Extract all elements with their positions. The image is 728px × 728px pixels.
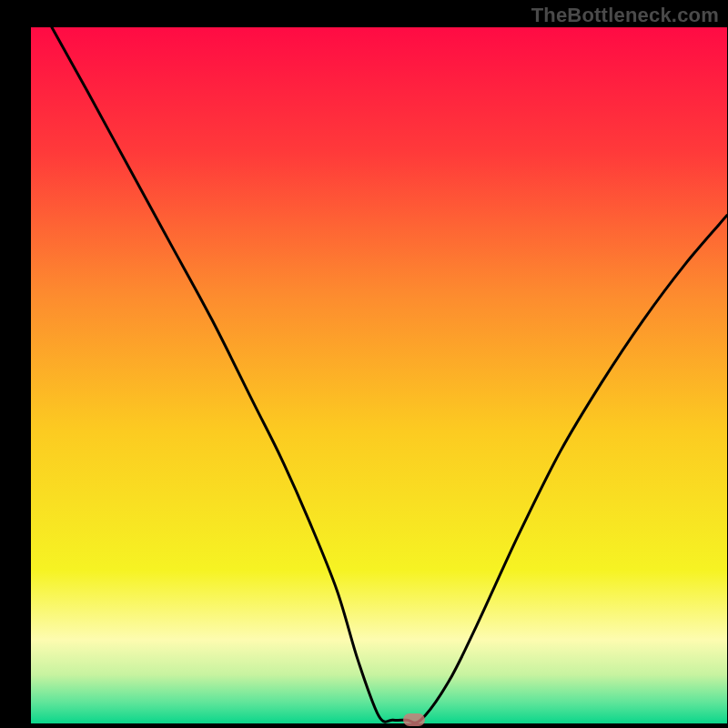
optimum-marker — [403, 713, 425, 726]
gradient-background — [31, 27, 727, 723]
plot-area — [31, 27, 727, 723]
watermark-text: TheBottleneck.com — [531, 4, 719, 27]
chart-frame: TheBottleneck.com — [0, 0, 728, 728]
chart-svg — [31, 27, 727, 723]
